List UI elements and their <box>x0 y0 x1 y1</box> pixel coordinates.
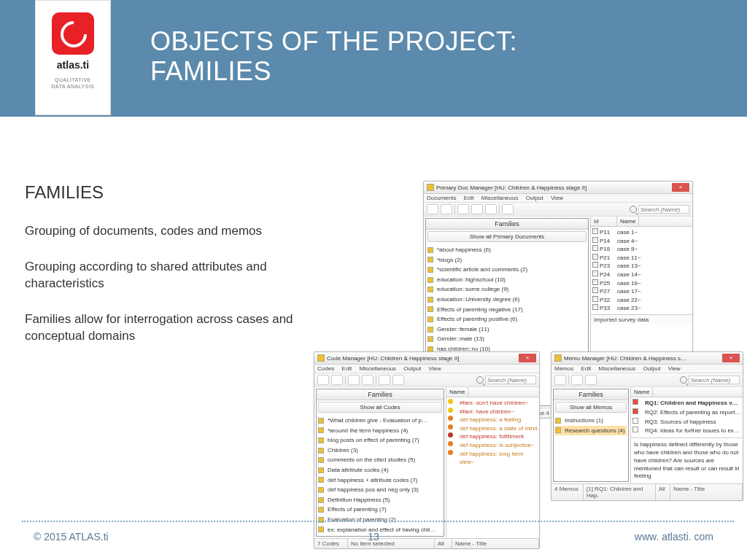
list-item[interactable]: Evaluation of parenting (2) <box>318 515 442 525</box>
list-item[interactable]: Effects of parenting positive (6) <box>427 314 587 324</box>
list-item[interactable]: education::University degree (6) <box>427 295 587 305</box>
toolbar-button[interactable] <box>485 204 497 214</box>
menu-item[interactable]: Miscellaneous <box>599 365 636 372</box>
table-row[interactable]: P11case 1~ <box>592 228 691 237</box>
menu-item[interactable]: View <box>551 195 563 201</box>
search-box[interactable] <box>630 205 689 214</box>
list-item[interactable]: def happiness pos and neg only (3) <box>318 485 442 495</box>
list-item[interactable]: education::highschool (10) <box>427 275 587 285</box>
menu-item[interactable]: View <box>429 365 441 372</box>
menu-bar[interactable]: Documents Edit Miscellaneous Output View <box>424 194 692 203</box>
table-row[interactable]: RQ1: Children and Happiness v… <box>632 399 741 408</box>
list-item[interactable]: Definition Happiness (5) <box>318 495 442 505</box>
list-item[interactable]: Research questions (4) <box>555 426 627 436</box>
toolbar-button[interactable] <box>427 204 438 214</box>
col-name[interactable]: Name <box>617 217 639 226</box>
menu-item[interactable]: Edit <box>341 365 352 372</box>
list-item[interactable]: *around the term happiness (4) <box>318 426 442 436</box>
toolbar-button[interactable] <box>502 204 514 214</box>
column-headers[interactable]: Name <box>446 387 539 397</box>
list-item[interactable]: Gender::female (11) <box>427 324 587 335</box>
table-row[interactable]: #fam: have children~ <box>448 408 538 416</box>
menu-item[interactable]: Output <box>526 195 543 201</box>
search-input[interactable] <box>638 205 689 214</box>
table-row[interactable]: P32case 22~ <box>592 296 691 305</box>
table-row[interactable]: def happiness: fulfillment <box>448 432 538 441</box>
show-all-button[interactable]: Show all Codes <box>318 402 442 413</box>
toolbar-button[interactable] <box>348 375 360 385</box>
close-icon[interactable]: × <box>519 354 536 362</box>
menu-item[interactable]: Edit <box>581 365 591 372</box>
toolbar-button[interactable] <box>317 375 329 385</box>
menu-item[interactable]: View <box>668 365 681 372</box>
families-list[interactable]: Instructions (1)Research questions (4) <box>554 414 628 437</box>
table-row[interactable]: P14case 4~ <box>592 237 691 246</box>
menu-bar[interactable]: Codes Edit Miscellaneous Output View <box>314 365 539 373</box>
menu-item[interactable]: Output <box>643 365 660 372</box>
show-all-button[interactable]: Show all Memos <box>555 402 627 413</box>
table-row[interactable]: P27case 17~ <box>592 287 691 296</box>
search-box[interactable] <box>680 376 740 384</box>
toolbar-button[interactable] <box>457 204 469 214</box>
menu-item[interactable]: Miscellaneous <box>481 195 519 201</box>
memos-list[interactable]: RQ1: Children and Happiness v…RQ2: Effec… <box>631 397 743 438</box>
toolbar-button[interactable] <box>362 375 374 385</box>
close-icon[interactable]: × <box>672 183 689 192</box>
codes-list[interactable]: #fam: don't have children~#fam: have chi… <box>446 397 539 468</box>
column-headers[interactable]: Id Name <box>591 217 692 227</box>
list-item[interactable]: comments on the cited studies (5) <box>318 455 442 465</box>
list-item[interactable]: *What children give - Evaluation of p… <box>318 416 442 426</box>
toolbar-button[interactable] <box>379 375 390 385</box>
list-item[interactable]: Effects of parenting (7) <box>318 505 442 515</box>
table-row[interactable]: def happiness: long term view~ <box>448 450 538 467</box>
list-item[interactable]: def happiness + attribute codes (7) <box>318 475 442 486</box>
table-row[interactable]: RQ4: Ideas for further issues to ex… <box>632 427 741 436</box>
documents-list[interactable]: P11case 1~P14case 4~P18case 8~P21case 11… <box>591 227 692 314</box>
table-row[interactable]: P33case 23~ <box>592 304 691 313</box>
table-row[interactable]: def happiness: a feeling <box>448 416 538 424</box>
list-item[interactable]: Instructions (1) <box>555 416 627 426</box>
menu-bar[interactable]: Memos Edit Miscellaneous Output View <box>551 365 743 373</box>
toolbar-button[interactable] <box>571 375 583 385</box>
col-name[interactable]: Name <box>631 387 653 397</box>
column-headers[interactable]: Name <box>631 387 743 397</box>
list-item[interactable]: *blogs (2) <box>427 255 587 265</box>
table-row[interactable]: P25case 16~ <box>592 279 691 288</box>
list-item[interactable]: *about happiness (6) <box>427 245 587 255</box>
menu-item[interactable]: Documents <box>427 195 456 201</box>
table-row[interactable]: def happiness: a state of mind <box>448 424 538 433</box>
list-item[interactable]: Gender::male (13) <box>427 334 587 344</box>
toolbar-button[interactable] <box>554 375 566 385</box>
list-item[interactable]: Data attribute codes (4) <box>318 465 442 475</box>
table-row[interactable]: RQ2: Effects of parenting as report… <box>632 408 741 418</box>
toolbar-button[interactable] <box>471 204 483 214</box>
window-titlebar[interactable]: Primary Doc Manager [HU: Children & Happ… <box>424 182 692 194</box>
toolbar-button[interactable] <box>585 375 597 385</box>
search-input[interactable] <box>485 376 536 384</box>
menu-item[interactable]: Miscellaneous <box>359 365 396 372</box>
table-row[interactable]: P24case 14~ <box>592 271 691 279</box>
window-titlebar[interactable]: Memo Manager [HU: Children & Happiness s… <box>551 352 743 365</box>
table-row[interactable]: P21case 11~ <box>592 254 691 262</box>
window-titlebar[interactable]: Code Manager [HU: Children & Happiness s… <box>314 352 539 365</box>
table-row[interactable]: P23case 13~ <box>592 262 691 271</box>
search-input[interactable] <box>689 376 740 384</box>
list-item[interactable]: blog posts on effect of parenting (7) <box>318 435 442 446</box>
list-item[interactable]: education::some college (9) <box>427 284 587 295</box>
toolbar-button[interactable] <box>441 204 452 214</box>
menu-item[interactable]: Edit <box>464 195 474 201</box>
col-id[interactable]: Id <box>591 217 617 226</box>
list-item[interactable]: *scientific article and comments (2) <box>427 265 587 275</box>
families-list[interactable]: *What children give - Evaluation of p…*a… <box>317 414 444 536</box>
list-item[interactable]: Children (3) <box>318 446 442 456</box>
menu-item[interactable]: Output <box>403 365 421 372</box>
menu-item[interactable]: Memos <box>554 365 573 372</box>
close-icon[interactable]: × <box>722 354 740 362</box>
table-row[interactable]: #fam: don't have children~ <box>448 399 538 408</box>
show-all-button[interactable]: Show all Primary Documents <box>427 231 587 242</box>
table-row[interactable]: def happiness: is subjective~ <box>448 441 538 450</box>
search-box[interactable] <box>476 376 536 384</box>
col-name[interactable]: Name <box>446 387 468 397</box>
table-row[interactable]: P18case 8~ <box>592 245 691 254</box>
toolbar-button[interactable] <box>331 375 343 385</box>
